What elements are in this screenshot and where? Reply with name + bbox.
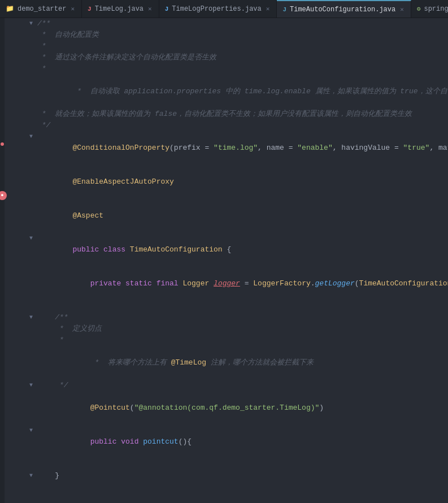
tab-spring-factories[interactable]: ⚙ spring.factories ✕: [411, 0, 448, 18]
tab-close[interactable]: ✕: [147, 5, 153, 12]
tab-label: spring.factories: [424, 5, 448, 13]
code-line: * 通过这个条件注解决定这个自动化配置类是否生效: [5, 52, 448, 63]
code-line: @Pointcut("@annotation(com.qf.demo_start…: [5, 391, 448, 425]
code-line: ▼ /**: [5, 18, 448, 29]
tab-timelogproperties[interactable]: J TimeLogProperties.java ✕: [159, 0, 277, 18]
java-icon: J: [282, 6, 286, 13]
tab-label: demo_starter: [18, 5, 66, 13]
code-line: ▼ public class TimeAutoConfiguration {: [5, 233, 448, 267]
config-icon: ⚙: [417, 5, 421, 12]
tab-close[interactable]: ✕: [69, 5, 76, 12]
tab-label: TimeLogProperties.java: [172, 5, 261, 13]
tab-close[interactable]: ✕: [399, 6, 405, 13]
tab-close[interactable]: ✕: [265, 5, 271, 12]
code-line: * 就会生效；如果该属性的值为 false，自动化配置类不生效；如果用户没有配置…: [5, 109, 448, 120]
code-line: [5, 459, 448, 470]
sidebar-marker: [1, 142, 4, 146]
code-line: ▼ public void pointcut(){: [5, 425, 448, 459]
code-line: *: [5, 41, 448, 52]
code-line: @EnableAspectJAutoProxy: [5, 165, 448, 199]
tab-timelog[interactable]: J TimeLog.java ✕: [82, 0, 159, 18]
editor-area: ● ▼ /** * 自动化配置类 * * 通过这个条件注解决定这个自动化配置类是…: [0, 18, 448, 503]
code-line: @Aspect: [5, 199, 448, 233]
code-line: */: [5, 120, 448, 131]
code-line: ▼ */: [5, 380, 448, 391]
code-line: [5, 301, 448, 312]
code-content: ▼ /** * 自动化配置类 * * 通过这个条件注解决定这个自动化配置类是否生…: [5, 18, 448, 503]
tab-demo-starter[interactable]: 📁 demo_starter ✕: [0, 0, 82, 18]
code-line: @Around("pointcut()"): [5, 493, 448, 503]
code-line: *: [5, 335, 448, 346]
code-line: ▼ @ConditionalOnProperty(prefix = "time.…: [5, 131, 448, 165]
code-line: * 自动化配置类: [5, 29, 448, 41]
tab-bar: 📁 demo_starter ✕ J TimeLog.java ✕ J Time…: [0, 0, 448, 18]
tab-label: TimeLog.java: [95, 5, 143, 13]
tab-label: TimeAutoConfiguration.java: [290, 6, 395, 14]
code-line: * 自动读取 application.properties 中的 time.lo…: [5, 75, 448, 109]
java-icon: J: [88, 6, 92, 12]
code-line: [5, 482, 448, 493]
tab-timeautoconfiguration[interactable]: J TimeAutoConfiguration.java ✕: [277, 0, 411, 18]
code-line: ▼ /**: [5, 312, 448, 323]
code-line: *: [5, 63, 448, 75]
code-line: * 定义切点: [5, 323, 448, 335]
code-line: * 将来哪个方法上有 @TimeLog 注解，哪个方法就会被拦截下来: [5, 346, 448, 380]
code-line: private static final Logger logger = Log…: [5, 267, 448, 301]
code-line: ▼ }: [5, 470, 448, 482]
java-icon: J: [165, 6, 169, 12]
